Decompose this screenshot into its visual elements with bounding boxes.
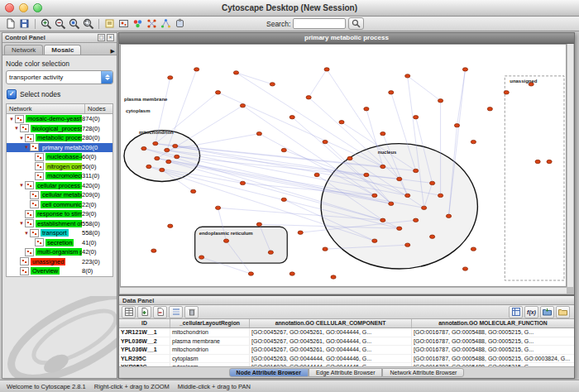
- tree-item-macromolecule[interactable]: macromolecule311(0): [7, 171, 112, 181]
- network-node[interactable]: [454, 123, 459, 127]
- tab-node-attribute-browser[interactable]: Node Attribute Browser: [229, 368, 309, 377]
- search-options-button[interactable]: [348, 17, 364, 30]
- network-node[interactable]: [256, 222, 261, 226]
- network-node[interactable]: [504, 91, 509, 94]
- expander-icon[interactable]: ▼: [23, 231, 30, 236]
- trash-icon[interactable]: [184, 306, 199, 318]
- tree-item-metabolic-process[interactable]: ▼metabolic process280(0): [7, 133, 112, 143]
- nodes-column-header[interactable]: Nodes: [85, 104, 108, 113]
- network-node[interactable]: [438, 99, 443, 103]
- tree-item-unassigned[interactable]: unassigned223(0): [7, 257, 112, 267]
- tree-item-transport[interactable]: ▼transport558(0): [7, 228, 112, 238]
- tree-item-secretion[interactable]: secretion41(0): [7, 238, 112, 248]
- network-node[interactable]: [155, 156, 160, 160]
- tree-item-biological-process[interactable]: ▼biological_process728(0): [7, 124, 112, 134]
- tab-network[interactable]: Network: [4, 45, 43, 55]
- network-node[interactable]: [331, 275, 336, 279]
- table-row-ylr295c[interactable]: YLR295Ccytoplasm[GO:0045263, GO:0044444,…: [119, 355, 574, 364]
- network-node[interactable]: [339, 120, 344, 123]
- network-node[interactable]: [397, 227, 402, 230]
- birdseye-icon[interactable]: [117, 17, 131, 30]
- network-node[interactable]: [268, 251, 273, 254]
- vizmapper-icon[interactable]: [131, 17, 145, 30]
- table-row-ypl036w-1[interactable]: YPL036W__1mitochondrion[GO:0045267, GO:0…: [119, 346, 574, 355]
- document-icon[interactable]: [3, 17, 17, 30]
- network-node[interactable]: [194, 68, 199, 71]
- network-node[interactable]: [151, 249, 156, 252]
- tree-item-cellular-metabo[interactable]: cellular metabo209(0): [7, 190, 112, 200]
- network-node[interactable]: [173, 144, 178, 147]
- network-node[interactable]: [199, 256, 204, 259]
- network-node[interactable]: [364, 108, 369, 111]
- network-edge[interactable]: [309, 69, 327, 98]
- network-node[interactable]: [389, 91, 394, 94]
- network-node[interactable]: [389, 202, 394, 205]
- network-node[interactable]: [215, 91, 220, 94]
- table-row-ypl036w-2[interactable]: YPL036W__2plasma membrane[GO:0045267, GO…: [119, 337, 574, 347]
- attribute-list-icon[interactable]: [169, 306, 183, 318]
- network-node[interactable]: [380, 131, 385, 135]
- plugin-icon[interactable]: [173, 17, 187, 30]
- network-node[interactable]: [414, 169, 419, 172]
- network-node[interactable]: [281, 198, 286, 201]
- network-node[interactable]: [380, 218, 385, 222]
- close-panel-icon[interactable]: ×: [107, 34, 114, 41]
- network-edge[interactable]: [457, 69, 465, 126]
- network-node[interactable]: [430, 235, 435, 238]
- annotation-icon[interactable]: [103, 17, 117, 30]
- delete-attribute-icon[interactable]: [153, 306, 167, 318]
- create-attribute-icon[interactable]: [137, 306, 151, 318]
- network-node[interactable]: [405, 194, 410, 197]
- network-edge[interactable]: [236, 73, 382, 167]
- network-node[interactable]: [462, 267, 467, 270]
- tree-item-multi-organism-pro[interactable]: multi-organism pro42(0): [7, 247, 112, 257]
- network-node[interactable]: [347, 156, 352, 160]
- network-node[interactable]: [471, 140, 476, 143]
- tree-item-nucleobase-co[interactable]: nucleobase-co60(0): [7, 152, 112, 162]
- network-node[interactable]: [146, 165, 151, 168]
- network-node[interactable]: [364, 173, 369, 176]
- zoom-selected-icon[interactable]: [67, 17, 81, 30]
- tree-item-response-to-stimul[interactable]: response to stimul29(0): [7, 209, 112, 219]
- expander-icon[interactable]: ▼: [8, 117, 15, 122]
- network-horizontal-scrollbar[interactable]: [120, 287, 567, 294]
- network-node[interactable]: [233, 71, 238, 74]
- select-nodes-checkbox[interactable]: ✓: [7, 89, 17, 99]
- network-canvas[interactable]: plasma membranecytoplasmmitochondrionnuc…: [120, 44, 567, 287]
- network-vertical-scrollbar[interactable]: [567, 44, 573, 287]
- tree-item-establishment-of-lo[interactable]: ▼establishment of lo558(0): [7, 219, 112, 229]
- expander-icon[interactable]: ▼: [23, 145, 30, 150]
- open-folder-icon[interactable]: [556, 306, 570, 318]
- network-node[interactable]: [215, 206, 220, 209]
- network-node[interactable]: [446, 214, 451, 218]
- tree-item-primary-metaboli[interactable]: ▼primary metaboli209(0: [7, 143, 112, 153]
- network-node[interactable]: [168, 224, 173, 227]
- network-node[interactable]: [471, 247, 476, 251]
- network-node[interactable]: [290, 272, 294, 275]
- unassigned-region[interactable]: [505, 76, 564, 280]
- column-header-cellularlayoutregion[interactable]: _cellularLayoutRegion: [170, 319, 250, 327]
- attribute-matrix-icon[interactable]: [509, 306, 523, 318]
- tab-overflow-arrow[interactable]: ▶: [111, 48, 115, 55]
- tree-item-cell-communica[interactable]: cell communica22(0): [7, 200, 112, 210]
- column-header-annotation-go-cellular-component[interactable]: annotation.GO CELLULAR_COMPONENT: [250, 319, 412, 327]
- network-node[interactable]: [168, 76, 173, 79]
- network-node[interactable]: [165, 148, 170, 151]
- network-node[interactable]: [240, 104, 245, 108]
- nucleus-region[interactable]: [321, 144, 477, 269]
- network-node[interactable]: [281, 148, 286, 151]
- import-attributes-icon[interactable]: [540, 306, 554, 318]
- tree-item-mosaic-demo-yeast[interactable]: ▼mosaic-demo-yeast874(0): [7, 114, 112, 124]
- network-node[interactable]: [405, 74, 410, 78]
- zoom-in-icon[interactable]: [39, 17, 53, 30]
- expander-icon[interactable]: ▼: [13, 126, 20, 131]
- network-node[interactable]: [306, 96, 311, 99]
- network-node[interactable]: [191, 189, 196, 193]
- network-node[interactable]: [535, 160, 540, 163]
- network-node[interactable]: [323, 140, 328, 143]
- network-node[interactable]: [438, 194, 443, 197]
- network-node[interactable]: [414, 218, 419, 222]
- tab-edge-attribute-browser[interactable]: Edge Attribute Browser: [309, 368, 383, 377]
- network-view-title[interactable]: primary metabolic process: [119, 33, 574, 44]
- network-node[interactable]: [166, 160, 171, 163]
